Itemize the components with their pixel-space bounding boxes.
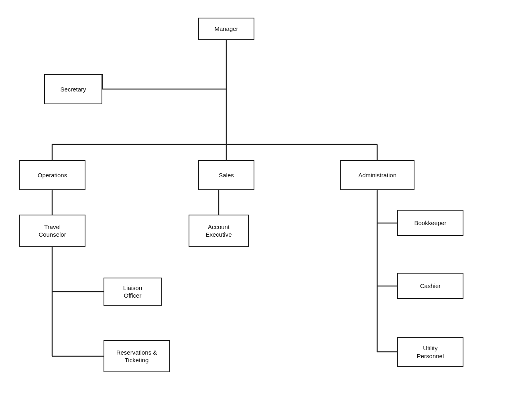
node-account-executive: Account Executive [189, 215, 249, 247]
node-travel-counselor: Travel Counselor [19, 215, 85, 247]
node-sales: Sales [198, 160, 254, 190]
node-utility-personnel: Utility Personnel [397, 337, 463, 367]
node-operations: Operations [19, 160, 85, 190]
node-liaison-officer: Liaison Officer [104, 278, 162, 306]
node-secretary: Secretary [44, 74, 102, 104]
node-manager: Manager [198, 18, 254, 40]
node-cashier: Cashier [397, 273, 463, 299]
node-reservations-ticketing: Reservations & Ticketing [104, 340, 170, 372]
node-bookkeeper: Bookkeeper [397, 210, 463, 236]
node-administration: Administration [340, 160, 414, 190]
org-chart: Manager Secretary Operations Sales Admin… [0, 0, 514, 420]
